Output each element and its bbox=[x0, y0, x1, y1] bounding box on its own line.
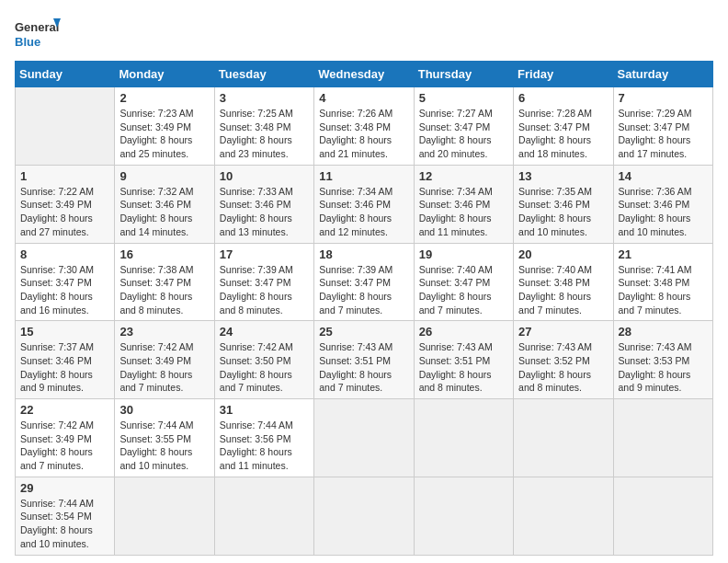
day-number: 27 bbox=[518, 325, 608, 339]
day-number: 19 bbox=[419, 247, 508, 261]
calendar-cell: 1Sunrise: 7:22 AMSunset: 3:49 PMDaylight… bbox=[16, 165, 115, 243]
calendar-table: SundayMondayTuesdayWednesdayThursdayFrid… bbox=[15, 61, 713, 556]
calendar-cell bbox=[16, 87, 115, 166]
day-number: 29 bbox=[20, 481, 109, 495]
day-number: 25 bbox=[319, 325, 408, 339]
calendar-cell: 23Sunrise: 7:42 AMSunset: 3:49 PMDayligh… bbox=[115, 321, 214, 399]
logo-svg: General Blue bbox=[15, 15, 61, 53]
day-info: Sunrise: 7:44 AMSunset: 3:54 PMDaylight:… bbox=[20, 497, 109, 551]
calendar-cell: 11Sunrise: 7:34 AMSunset: 3:46 PMDayligh… bbox=[314, 165, 414, 243]
day-info: Sunrise: 7:42 AMSunset: 3:49 PMDaylight:… bbox=[20, 419, 109, 473]
day-info: Sunrise: 7:37 AMSunset: 3:46 PMDaylight:… bbox=[20, 340, 109, 395]
day-info: Sunrise: 7:22 AMSunset: 3:49 PMDaylight:… bbox=[20, 185, 109, 239]
day-number: 17 bbox=[220, 247, 309, 261]
day-number: 28 bbox=[619, 325, 708, 339]
header-monday: Monday bbox=[115, 62, 214, 87]
calendar-cell: 30Sunrise: 7:44 AMSunset: 3:55 PMDayligh… bbox=[115, 399, 214, 477]
calendar-cell: 9Sunrise: 7:32 AMSunset: 3:46 PMDaylight… bbox=[115, 165, 214, 243]
day-info: Sunrise: 7:42 AMSunset: 3:49 PMDaylight:… bbox=[119, 340, 209, 395]
calendar-week-0: 2Sunrise: 7:23 AMSunset: 3:49 PMDaylight… bbox=[16, 87, 713, 166]
calendar-body: 2Sunrise: 7:23 AMSunset: 3:49 PMDaylight… bbox=[16, 87, 713, 556]
day-number: 8 bbox=[20, 247, 109, 261]
calendar-week-4: 22Sunrise: 7:42 AMSunset: 3:49 PMDayligh… bbox=[16, 399, 713, 477]
calendar-cell: 31Sunrise: 7:44 AMSunset: 3:56 PMDayligh… bbox=[214, 399, 313, 477]
day-info: Sunrise: 7:40 AMSunset: 3:48 PMDaylight:… bbox=[518, 263, 608, 317]
day-number: 11 bbox=[319, 169, 408, 183]
calendar-cell: 16Sunrise: 7:38 AMSunset: 3:47 PMDayligh… bbox=[115, 243, 214, 321]
day-info: Sunrise: 7:32 AMSunset: 3:46 PMDaylight:… bbox=[119, 185, 209, 239]
header-sunday: Sunday bbox=[16, 62, 115, 87]
calendar-cell: 12Sunrise: 7:34 AMSunset: 3:46 PMDayligh… bbox=[414, 165, 513, 243]
header-tuesday: Tuesday bbox=[214, 62, 313, 87]
day-number: 7 bbox=[619, 91, 708, 105]
day-number: 31 bbox=[220, 403, 309, 417]
calendar-cell: 15Sunrise: 7:37 AMSunset: 3:46 PMDayligh… bbox=[16, 321, 115, 399]
day-info: Sunrise: 7:43 AMSunset: 3:53 PMDaylight:… bbox=[619, 340, 708, 395]
calendar-cell: 10Sunrise: 7:33 AMSunset: 3:46 PMDayligh… bbox=[214, 165, 313, 243]
day-info: Sunrise: 7:28 AMSunset: 3:47 PMDaylight:… bbox=[518, 107, 608, 161]
calendar-week-3: 15Sunrise: 7:37 AMSunset: 3:46 PMDayligh… bbox=[16, 321, 713, 399]
calendar-week-5: 29Sunrise: 7:44 AMSunset: 3:54 PMDayligh… bbox=[16, 477, 713, 555]
header-wednesday: Wednesday bbox=[314, 62, 414, 87]
calendar-cell: 19Sunrise: 7:40 AMSunset: 3:47 PMDayligh… bbox=[414, 243, 513, 321]
calendar-cell bbox=[414, 477, 513, 555]
day-number: 14 bbox=[619, 169, 708, 183]
day-number: 2 bbox=[119, 91, 209, 105]
calendar-cell: 13Sunrise: 7:35 AMSunset: 3:46 PMDayligh… bbox=[514, 165, 613, 243]
day-info: Sunrise: 7:43 AMSunset: 3:51 PMDaylight:… bbox=[319, 340, 408, 395]
calendar-cell: 29Sunrise: 7:44 AMSunset: 3:54 PMDayligh… bbox=[16, 477, 115, 555]
calendar-cell: 6Sunrise: 7:28 AMSunset: 3:47 PMDaylight… bbox=[514, 87, 613, 166]
day-number: 30 bbox=[119, 403, 209, 417]
day-info: Sunrise: 7:43 AMSunset: 3:52 PMDaylight:… bbox=[518, 340, 608, 395]
logo: General Blue bbox=[15, 15, 61, 53]
day-number: 5 bbox=[419, 91, 508, 105]
day-info: Sunrise: 7:25 AMSunset: 3:48 PMDaylight:… bbox=[220, 107, 309, 161]
day-info: Sunrise: 7:41 AMSunset: 3:48 PMDaylight:… bbox=[619, 263, 708, 317]
day-number: 4 bbox=[319, 91, 408, 105]
day-info: Sunrise: 7:44 AMSunset: 3:56 PMDaylight:… bbox=[220, 419, 309, 473]
day-info: Sunrise: 7:39 AMSunset: 3:47 PMDaylight:… bbox=[319, 263, 408, 317]
calendar-cell bbox=[314, 477, 414, 555]
day-info: Sunrise: 7:23 AMSunset: 3:49 PMDaylight:… bbox=[119, 107, 209, 161]
day-info: Sunrise: 7:40 AMSunset: 3:47 PMDaylight:… bbox=[419, 263, 508, 317]
day-number: 3 bbox=[220, 91, 309, 105]
svg-text:General: General bbox=[15, 20, 59, 34]
day-number: 1 bbox=[20, 169, 109, 183]
day-info: Sunrise: 7:33 AMSunset: 3:46 PMDaylight:… bbox=[220, 185, 309, 239]
calendar-cell: 26Sunrise: 7:43 AMSunset: 3:51 PMDayligh… bbox=[414, 321, 513, 399]
calendar-cell: 20Sunrise: 7:40 AMSunset: 3:48 PMDayligh… bbox=[514, 243, 613, 321]
day-number: 24 bbox=[220, 325, 309, 339]
day-number: 15 bbox=[20, 325, 109, 339]
calendar-cell: 7Sunrise: 7:29 AMSunset: 3:47 PMDaylight… bbox=[613, 87, 712, 166]
calendar-cell: 21Sunrise: 7:41 AMSunset: 3:48 PMDayligh… bbox=[613, 243, 712, 321]
day-number: 26 bbox=[419, 325, 508, 339]
day-number: 10 bbox=[220, 169, 309, 183]
day-info: Sunrise: 7:42 AMSunset: 3:50 PMDaylight:… bbox=[220, 340, 309, 395]
day-info: Sunrise: 7:27 AMSunset: 3:47 PMDaylight:… bbox=[419, 107, 508, 161]
day-info: Sunrise: 7:36 AMSunset: 3:46 PMDaylight:… bbox=[619, 185, 708, 239]
day-info: Sunrise: 7:44 AMSunset: 3:55 PMDaylight:… bbox=[119, 419, 209, 473]
calendar-cell: 25Sunrise: 7:43 AMSunset: 3:51 PMDayligh… bbox=[314, 321, 414, 399]
day-info: Sunrise: 7:34 AMSunset: 3:46 PMDaylight:… bbox=[419, 185, 508, 239]
day-number: 9 bbox=[119, 169, 209, 183]
calendar-cell bbox=[314, 399, 414, 477]
calendar-cell bbox=[414, 399, 513, 477]
calendar-cell: 17Sunrise: 7:39 AMSunset: 3:47 PMDayligh… bbox=[214, 243, 313, 321]
calendar-cell: 18Sunrise: 7:39 AMSunset: 3:47 PMDayligh… bbox=[314, 243, 414, 321]
day-number: 23 bbox=[119, 325, 209, 339]
day-number: 22 bbox=[20, 403, 109, 417]
day-info: Sunrise: 7:39 AMSunset: 3:47 PMDaylight:… bbox=[220, 263, 309, 317]
header-saturday: Saturday bbox=[613, 62, 712, 87]
calendar-cell: 5Sunrise: 7:27 AMSunset: 3:47 PMDaylight… bbox=[414, 87, 513, 166]
calendar-header-row: SundayMondayTuesdayWednesdayThursdayFrid… bbox=[16, 62, 713, 87]
svg-text:Blue: Blue bbox=[15, 35, 40, 49]
day-info: Sunrise: 7:38 AMSunset: 3:47 PMDaylight:… bbox=[119, 263, 209, 317]
calendar-cell bbox=[514, 399, 613, 477]
page-header: General Blue bbox=[15, 15, 713, 53]
day-number: 12 bbox=[419, 169, 508, 183]
day-number: 16 bbox=[119, 247, 209, 261]
calendar-cell: 28Sunrise: 7:43 AMSunset: 3:53 PMDayligh… bbox=[613, 321, 712, 399]
day-number: 6 bbox=[518, 91, 608, 105]
header-thursday: Thursday bbox=[414, 62, 513, 87]
day-number: 20 bbox=[518, 247, 608, 261]
